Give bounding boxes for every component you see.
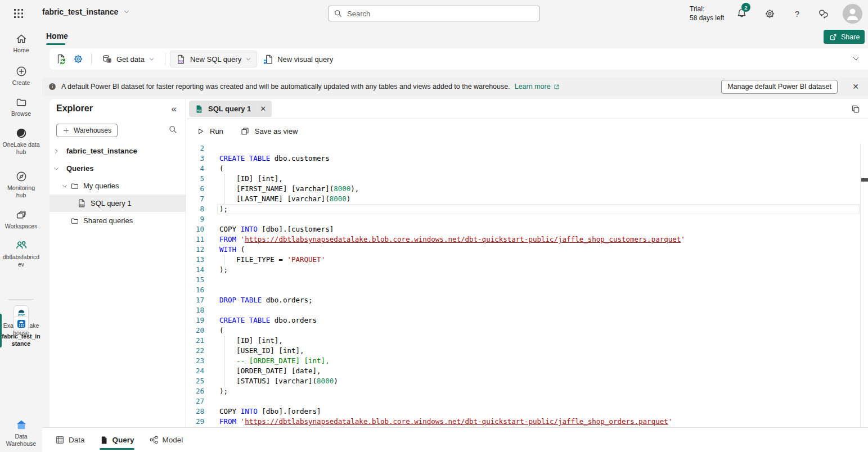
- code-line[interactable]: 2: [186, 143, 868, 153]
- line-number: 16: [186, 285, 204, 295]
- code-line[interactable]: 22 [USER_ID] [int],: [186, 346, 868, 356]
- code-line[interactable]: 16: [186, 285, 868, 295]
- settings-button[interactable]: [763, 7, 776, 20]
- settings-query-button[interactable]: [70, 51, 87, 67]
- app-launcher-icon[interactable]: [13, 8, 24, 19]
- editor-overview-ruler[interactable]: [860, 143, 868, 427]
- sql-code-editor[interactable]: 23CREATE TABLE dbo.customers4(5 [ID] [in…: [186, 143, 868, 427]
- collapse-explorer-icon[interactable]: «: [172, 103, 177, 115]
- code-text: DROP TABLE dbo.orders;: [219, 295, 313, 305]
- learn-more-link[interactable]: Learn more: [515, 83, 560, 91]
- code-text: CREATE TABLE dbo.customers: [219, 153, 330, 164]
- line-number: 18: [186, 305, 204, 315]
- share-button[interactable]: Share: [824, 30, 865, 44]
- sidebar-item-dbtlabsfabricdev[interactable]: dbtlabsfabricdev: [0, 238, 42, 268]
- tree-item-shared-queries[interactable]: Shared queries: [50, 212, 186, 229]
- tab-query[interactable]: Query: [100, 428, 134, 452]
- get-data-button[interactable]: Get data: [96, 51, 160, 67]
- new-refresh-query-button[interactable]: [53, 51, 70, 67]
- copy-icon[interactable]: [851, 104, 861, 114]
- code-line[interactable]: 9: [186, 214, 868, 224]
- people-icon: [15, 238, 28, 252]
- code-line[interactable]: 21 [ID] [int],: [186, 336, 868, 346]
- sidebar-item-label: dbtlabsfabricdev: [0, 254, 42, 268]
- new-sql-query-button[interactable]: SQL New SQL query: [170, 51, 257, 67]
- code-line[interactable]: 17DROP TABLE dbo.orders;: [186, 295, 868, 305]
- code-line[interactable]: 20(: [186, 326, 868, 336]
- banner-text: A default Power BI dataset for faster re…: [61, 83, 510, 91]
- chevron-down-icon[interactable]: [52, 165, 61, 172]
- collapse-ribbon-button[interactable]: [852, 55, 860, 63]
- tree-item-warehouse[interactable]: fabric_test_instance: [50, 142, 186, 160]
- code-line[interactable]: 10COPY INTO [dbo].[customers]: [186, 224, 868, 234]
- code-line[interactable]: 7 [LAST_NAME] [varchar](8000): [186, 194, 868, 204]
- plus-icon: [62, 127, 70, 134]
- tab-close-icon[interactable]: ✕: [260, 105, 266, 113]
- sidebar-item-monitoring-hub[interactable]: Monitoring hub: [0, 170, 42, 198]
- code-line[interactable]: 4(: [186, 164, 868, 174]
- sidebar-item-workspaces[interactable]: Workspaces: [0, 209, 42, 230]
- tree-item-queries[interactable]: Queries: [50, 160, 186, 177]
- help-button[interactable]: ?: [790, 7, 804, 20]
- code-line[interactable]: 29FROM 'https://dbtlabsynapsedatalake.bl…: [186, 417, 868, 427]
- question-icon: ?: [795, 9, 799, 19]
- sidebar-item-home[interactable]: Home: [0, 33, 42, 54]
- chevron-right-icon[interactable]: [52, 148, 61, 155]
- code-line[interactable]: 23 -- [ORDER_DATE] [int],: [186, 356, 868, 366]
- avatar[interactable]: [843, 4, 862, 24]
- search-input[interactable]: [347, 10, 534, 18]
- tree-item-my-queries[interactable]: My queries: [50, 177, 186, 195]
- sidebar-item-label: fabric_test_instance: [0, 333, 42, 347]
- add-warehouses-button[interactable]: Warehouses: [56, 124, 118, 137]
- editor-toolbar: Run Save as view: [186, 119, 868, 143]
- code-line[interactable]: 24 [ORDER_DATE] [date],: [186, 366, 868, 376]
- sidebar-item-onelake-data-hub[interactable]: OneLake data hub: [0, 127, 42, 155]
- manage-dataset-button[interactable]: Manage default Power BI dataset: [721, 80, 838, 94]
- sidebar-item-fabric-test-instance[interactable]: fabric_test_instance: [0, 316, 42, 347]
- code-line[interactable]: 11FROM 'https://dbtlabsynapsedatalake.bl…: [186, 234, 868, 245]
- code-line[interactable]: 12WITH (: [186, 245, 868, 255]
- banner-close-icon[interactable]: ✕: [850, 81, 861, 92]
- line-number: 23: [186, 356, 204, 366]
- code-text: [STATUS] [varchar](8000): [219, 376, 338, 386]
- code-line[interactable]: 3CREATE TABLE dbo.customers: [186, 153, 868, 164]
- code-line[interactable]: 19CREATE TABLE dbo.orders: [186, 315, 868, 326]
- code-line[interactable]: 18: [186, 305, 868, 315]
- tab-sql-query-1[interactable]: SQL SQL query 1 ✕: [189, 101, 272, 117]
- code-line[interactable]: 5 [ID] [int],: [186, 174, 868, 184]
- trial-status[interactable]: Trial: 58 days left: [690, 4, 724, 22]
- chevron-down-icon[interactable]: [60, 183, 69, 189]
- code-line[interactable]: 8);: [186, 204, 868, 214]
- main-content: Explorer « Warehouses fabric_test_instan…: [50, 99, 868, 427]
- new-visual-query-button[interactable]: New visual query: [257, 51, 339, 67]
- tab-data[interactable]: Data: [55, 428, 85, 452]
- tree-item-sql-query-1[interactable]: SQL SQL query 1: [50, 195, 186, 212]
- ribbon-divider: [91, 53, 92, 65]
- explorer-search-icon[interactable]: [168, 125, 178, 134]
- tab-home-underline: [46, 43, 65, 45]
- tab-model[interactable]: Model: [149, 428, 183, 452]
- sidebar-item-browse[interactable]: Browse: [0, 96, 42, 117]
- query-tab-bar: SQL SQL query 1 ✕: [186, 99, 868, 119]
- code-line[interactable]: 27: [186, 396, 868, 406]
- code-line[interactable]: 6 [FIRST_NAME] [varchar](8000),: [186, 184, 868, 194]
- svg-text:SQL: SQL: [178, 60, 184, 62]
- code-line[interactable]: 13 FILE_TYPE = 'PARQUET': [186, 255, 868, 265]
- code-text: [LAST_NAME] [varchar](8000): [219, 194, 350, 204]
- code-line[interactable]: 25 [STATUS] [varchar](8000): [186, 376, 868, 386]
- tab-home[interactable]: Home: [46, 31, 68, 40]
- line-number: 28: [186, 406, 204, 417]
- feedback-button[interactable]: [817, 7, 830, 20]
- run-button[interactable]: Run: [196, 127, 223, 135]
- code-text: FROM 'https://dbtlabsynapsedatalake.blob…: [219, 234, 685, 245]
- workspace-name: fabric_test_instance: [42, 7, 118, 16]
- code-line[interactable]: 14);: [186, 265, 868, 275]
- sidebar-item-create[interactable]: Create: [0, 65, 42, 87]
- workspace-switcher[interactable]: fabric_test_instance: [42, 7, 130, 16]
- code-line[interactable]: 15: [186, 275, 868, 285]
- code-text: [ID] [int],: [219, 174, 283, 184]
- save-as-view-button[interactable]: Save as view: [240, 126, 298, 136]
- code-line[interactable]: 28COPY INTO [dbo].[orders]: [186, 406, 868, 417]
- code-line[interactable]: 26);: [186, 386, 868, 396]
- sidebar-item-data-warehouse[interactable]: Data Warehouse: [0, 419, 42, 447]
